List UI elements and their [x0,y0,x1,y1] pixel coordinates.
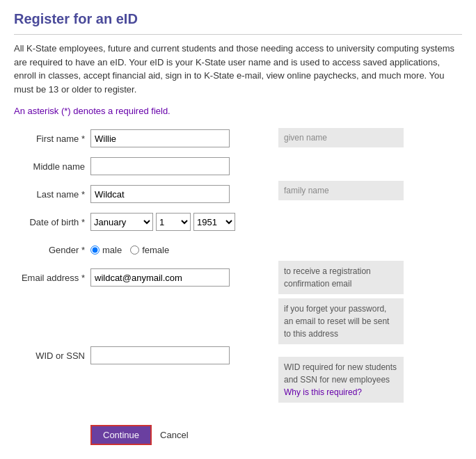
dob-label: Date of birth * [14,217,90,227]
email-label: Email address * [14,273,90,283]
gender-female-label: female [142,245,169,255]
dob-day-select[interactable]: 1234 5678 9101112 13141516 17181920 2122… [156,213,191,231]
email-input[interactable] [90,268,230,287]
middle-name-row: Middle name [14,156,271,176]
first-name-hint: given name [278,128,404,147]
first-name-label: First name * [14,134,90,144]
wid-input[interactable] [90,346,230,364]
wid-label: WID or SSN [14,351,90,361]
button-row: Continue Cancel [14,425,462,445]
first-name-row: First name * [14,129,271,148]
gender-male-option[interactable]: male [90,245,122,255]
last-name-label: Last name * [14,189,90,200]
middle-name-input[interactable] [90,157,230,175]
required-note: An asterisk (*) denotes a required field… [14,106,462,116]
last-name-hint: family name [278,181,404,200]
last-name-input[interactable] [90,185,230,203]
form-area: First name * Middle name Last name * Dat… [14,129,462,411]
email-spacer-row [14,296,271,337]
email-hint-1: to receive a registration confirmation e… [278,261,404,294]
wid-row: WID or SSN [14,346,271,365]
dob-year-select[interactable]: 1940194119421943 1944194519461947 194819… [193,213,235,231]
wid-hint: WID required for new students and SSN fo… [278,357,404,403]
gender-male-label: male [102,245,122,255]
why-required-link[interactable]: Why is this required? [284,387,362,397]
middle-name-label: Middle name [14,161,90,172]
dob-row: Date of birth * JanuaryFebruaryMarch Apr… [14,212,271,232]
form-right: given name family name to receive a regi… [278,129,462,411]
email-row: Email address * [14,268,271,287]
cancel-link[interactable]: Cancel [160,430,188,440]
first-name-input[interactable] [90,129,230,147]
last-name-row: Last name * [14,184,271,204]
gender-female-option[interactable]: female [130,245,169,255]
gender-female-radio[interactable] [130,245,139,255]
dob-month-select[interactable]: JanuaryFebruaryMarch AprilMayJune JulyAu… [90,213,153,231]
gender-options: male female [90,245,169,255]
dob-controls: JanuaryFebruaryMarch AprilMayJune JulyAu… [90,213,235,231]
page-title: Register for an eID [14,11,462,27]
gender-male-radio[interactable] [90,245,100,255]
gender-label: Gender * [14,245,90,255]
email-hint-2: if you forget your password, an email to… [278,298,404,344]
gender-row: Gender * male female [14,240,271,259]
continue-button[interactable]: Continue [90,425,152,445]
intro-text: All K-State employees, future and curren… [14,34,462,96]
form-left: First name * Middle name Last name * Dat… [14,129,271,411]
